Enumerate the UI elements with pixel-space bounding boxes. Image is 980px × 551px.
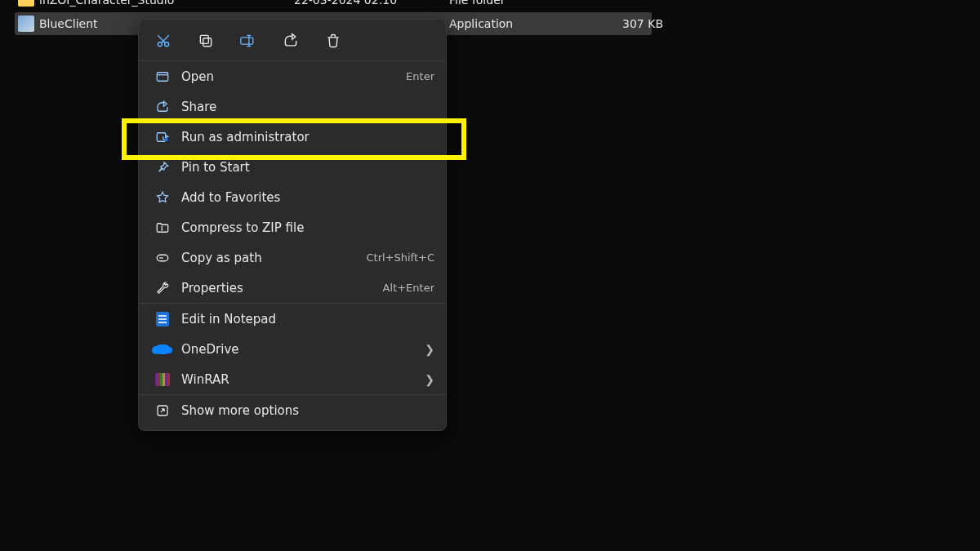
cut-button[interactable]	[154, 31, 173, 51]
chevron-right-icon: ❯	[425, 373, 434, 386]
menu-shortcut: Ctrl+Shift+C	[366, 251, 434, 264]
folder-icon	[18, 0, 34, 8]
svg-rect-3	[200, 35, 208, 43]
file-size: 307 KB	[604, 17, 670, 30]
menu-edit-in-notepad[interactable]: Edit in Notepad	[139, 304, 446, 334]
svg-point-0	[158, 42, 162, 47]
onedrive-icon	[154, 340, 172, 358]
menu-copy-as-path[interactable]: Copy as path Ctrl+Shift+C	[139, 242, 446, 273]
menu-label: Add to Favorites	[181, 190, 434, 205]
notepad-icon	[154, 310, 172, 328]
file-name: inZOI_Character_Studio	[39, 0, 294, 7]
wrench-icon	[154, 279, 172, 297]
menu-pin-to-start[interactable]: Pin to Start	[139, 152, 446, 182]
menu-open[interactable]: Open Enter	[139, 61, 446, 91]
menu-compress-zip[interactable]: Compress to ZIP file	[139, 212, 446, 242]
menu-label: Pin to Start	[181, 160, 434, 175]
zip-folder-icon	[154, 219, 172, 237]
menu-add-to-favorites[interactable]: Add to Favorites	[139, 182, 446, 212]
share-icon	[154, 98, 172, 116]
rename-button[interactable]	[238, 31, 258, 51]
winrar-icon	[154, 371, 172, 389]
menu-label: WinRAR	[181, 372, 425, 387]
context-menu: Open Enter Share Run as administrator Pi…	[138, 19, 447, 431]
menu-show-more-options[interactable]: Show more options	[139, 395, 446, 425]
delete-button[interactable]	[323, 31, 343, 51]
menu-label: Copy as path	[181, 251, 366, 265]
svg-rect-4	[241, 38, 253, 44]
menu-label: OneDrive	[181, 342, 425, 357]
menu-properties[interactable]: Properties Alt+Enter	[139, 273, 446, 303]
quick-actions-bar	[139, 20, 446, 60]
menu-share[interactable]: Share	[139, 91, 446, 122]
svg-point-1	[165, 42, 169, 47]
menu-label: Share	[181, 100, 434, 114]
pin-icon	[154, 158, 172, 176]
menu-label: Run as administrator	[181, 130, 434, 144]
file-type: File folder	[449, 0, 604, 7]
application-icon	[18, 16, 34, 32]
copy-path-icon	[154, 249, 172, 267]
copy-button[interactable]	[196, 31, 216, 51]
menu-label: Properties	[181, 281, 383, 295]
file-date: 22-03-2024 02:10	[294, 0, 449, 7]
star-icon	[154, 189, 172, 207]
menu-label: Show more options	[181, 403, 434, 418]
menu-shortcut: Alt+Enter	[383, 282, 434, 294]
menu-label: Compress to ZIP file	[181, 220, 434, 235]
menu-label: Open	[181, 69, 406, 84]
svg-point-7	[164, 137, 168, 141]
svg-rect-5	[157, 72, 168, 81]
more-options-icon	[154, 402, 172, 420]
file-type: Application	[449, 17, 604, 30]
menu-shortcut: Enter	[406, 70, 434, 82]
menu-label: Edit in Notepad	[181, 312, 434, 327]
menu-winrar[interactable]: WinRAR ❯	[139, 364, 446, 394]
menu-onedrive[interactable]: OneDrive ❯	[139, 334, 446, 364]
share-button[interactable]	[281, 31, 301, 51]
menu-run-as-administrator[interactable]: Run as administrator	[139, 122, 446, 152]
chevron-right-icon: ❯	[425, 343, 434, 356]
file-row-folder[interactable]: inZOI_Character_Studio 22-03-2024 02:10 …	[0, 0, 980, 11]
shield-admin-icon	[154, 128, 172, 146]
svg-rect-2	[203, 38, 212, 47]
open-icon	[154, 68, 172, 86]
